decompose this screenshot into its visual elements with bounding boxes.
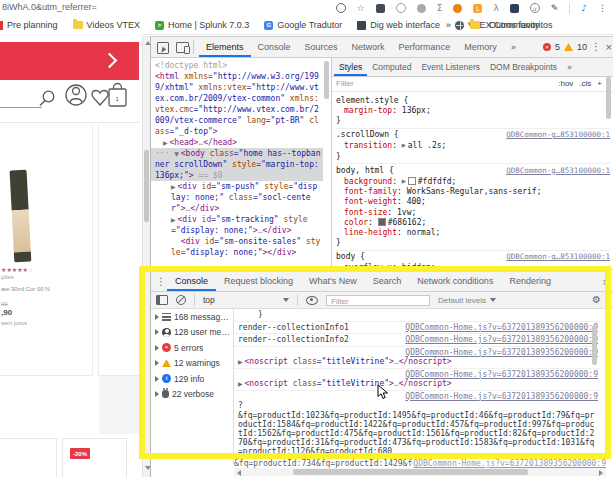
console-settings-gear-icon[interactable]: ⚙ bbox=[592, 294, 601, 305]
dom-tree-node[interactable]: <div id="sm-onsite-sales" style="display… bbox=[151, 236, 323, 258]
tab-console[interactable]: Console bbox=[167, 272, 216, 291]
console-source-link[interactable]: QDBCommon-Home.js?v=637201389356200000:9 bbox=[405, 323, 598, 333]
ext-sigma-icon[interactable]: Σ bbox=[437, 3, 443, 13]
bookmark-item[interactable]: Dig web interface bbox=[357, 20, 440, 30]
tab-styles[interactable]: Styles bbox=[334, 58, 367, 76]
tab-network[interactable]: Network bbox=[345, 37, 392, 57]
drawer-close-icon[interactable]: × bbox=[603, 272, 609, 292]
console-message[interactable]: QDBCommon-Home.js?v=637201389356200000:9… bbox=[234, 347, 600, 369]
log-levels-dropdown[interactable]: Default levels bbox=[438, 296, 496, 305]
console-source-link[interactable]: QDBCommon-Home.js?v=637201389356200000:9 bbox=[413, 459, 606, 468]
css-property[interactable]: margin-top: 136px; bbox=[336, 106, 610, 116]
tab-search[interactable]: Search bbox=[365, 272, 410, 291]
css-property[interactable]: font-weight: 400; bbox=[336, 197, 610, 207]
music-note-icon[interactable]: ♪ bbox=[581, 3, 587, 13]
warning-count-icon[interactable] bbox=[564, 43, 573, 51]
bookmark-star-icon[interactable]: ☆ bbox=[357, 3, 365, 13]
ext-shield-icon[interactable] bbox=[376, 4, 385, 13]
console-source-link[interactable]: QDBCommon-Home.js?v=637201389356200000:9 bbox=[238, 392, 598, 402]
console-message[interactable]: QDBCommon-Home.js?v=637201389356200000:9… bbox=[234, 391, 600, 458]
tab-elements[interactable]: Elements bbox=[199, 37, 251, 57]
dom-tree-node[interactable]: <html xmlns="http://www.w3.org/1999/xhtm… bbox=[151, 71, 323, 137]
clear-console-icon[interactable] bbox=[176, 295, 186, 305]
scroll-left-icon[interactable] bbox=[237, 470, 241, 476]
styles-scrollbar[interactable] bbox=[605, 55, 613, 247]
styles-filter-input[interactable]: Filter bbox=[336, 79, 354, 88]
css-rule[interactable]: QDBCommon-g…853100000:1.scrollDown {tran… bbox=[336, 129, 610, 165]
tab-request-blocking[interactable]: Request blocking bbox=[216, 272, 301, 291]
console-horizontal-scrollbar[interactable] bbox=[234, 468, 606, 476]
ext-pen-icon[interactable]: ✎ bbox=[551, 3, 559, 13]
ext-pixel-icon[interactable] bbox=[510, 4, 519, 13]
tab-event-listeners[interactable]: Event Listeners bbox=[416, 58, 485, 76]
dom-tree-node[interactable]: ▶ <div id="sm-tracking" style="display: … bbox=[151, 214, 323, 236]
css-property[interactable]: transition: ▶ all .2s; bbox=[336, 140, 610, 151]
search-input-underline[interactable] bbox=[0, 107, 42, 108]
scrollbar-thumb[interactable] bbox=[293, 469, 528, 475]
dom-tree-node[interactable]: ··· ▼ <body class="home has--topbanner s… bbox=[151, 148, 323, 181]
execution-context-selector[interactable]: top bbox=[203, 295, 289, 305]
console-message[interactable]: } bbox=[234, 309, 600, 322]
color-swatch[interactable] bbox=[378, 218, 386, 226]
ext-face-icon[interactable] bbox=[396, 3, 406, 13]
tab-rendering[interactable]: Rendering bbox=[501, 272, 559, 291]
pseudo-state-toggle[interactable]: :hov bbox=[558, 79, 573, 88]
console-source-link[interactable]: QDBCommon-Home.js?v=637201389356200000:9 bbox=[238, 348, 598, 358]
css-rule-source-link[interactable]: QDBCommon-g…853100000:1 bbox=[506, 166, 610, 176]
console-source-link[interactable]: QDBCommon-Home.js?v=637201389356200000:9 bbox=[405, 335, 598, 345]
console-filter-group-168-messag[interactable]: 168 messag… bbox=[151, 309, 233, 325]
expand-icon[interactable] bbox=[155, 391, 159, 397]
tab-sources[interactable]: Sources bbox=[298, 37, 345, 57]
inspect-element-icon[interactable] bbox=[157, 42, 169, 54]
css-rule[interactable]: QDBCommon-g…853100000:1body {overflow-x:… bbox=[336, 251, 610, 269]
css-property[interactable]: color: #686162; bbox=[336, 218, 610, 228]
css-rule-source-link[interactable]: QDBCommon-g…853100000:1 bbox=[506, 252, 610, 262]
send-target-icon[interactable]: ◦ bbox=[336, 3, 346, 13]
expand-icon[interactable] bbox=[155, 360, 159, 366]
other-bookmarks-button[interactable]: Outros favoritos bbox=[489, 20, 553, 30]
dom-tree-node[interactable]: ▶ <head>…</head> bbox=[151, 137, 323, 148]
console-filter-group-22-verbose[interactable]: 22 verbose bbox=[151, 387, 233, 403]
console-filter-input[interactable]: Filter bbox=[326, 295, 430, 306]
console-message[interactable]: QDBCommon-Home.js?v=637201389356200000:9… bbox=[234, 322, 600, 335]
url-text[interactable]: 8iWhA.0&utm_referrer= bbox=[2, 2, 97, 12]
drawer-menu-icon[interactable]: ⋮ bbox=[156, 272, 166, 292]
console-source-link[interactable]: QDBCommon-Home.js?v=637201389356200000:9 bbox=[238, 370, 598, 380]
scroll-right-icon[interactable] bbox=[599, 470, 603, 476]
console-filter-group-129-info[interactable]: i129 info bbox=[151, 371, 233, 387]
class-toggle[interactable]: .cls bbox=[579, 79, 591, 88]
expand-icon[interactable] bbox=[155, 345, 159, 351]
error-count[interactable]: 5 bbox=[555, 42, 560, 52]
elements-scrollbar[interactable] bbox=[323, 58, 331, 268]
css-property[interactable]: font-family: WorkSans-Regular,sans-serif… bbox=[336, 187, 610, 197]
expand-icon[interactable] bbox=[155, 314, 159, 320]
tab-network-conditions[interactable]: Network conditions bbox=[409, 272, 501, 291]
devtools-close-icon[interactable]: × bbox=[606, 37, 612, 57]
product-name[interactable]: ate 30ml Cor 00 N bbox=[1, 286, 89, 293]
tabs-overflow-chevron[interactable]: » bbox=[562, 58, 577, 76]
scrollbar-thumb[interactable] bbox=[324, 61, 329, 99]
hero-banner[interactable] bbox=[0, 42, 139, 80]
console-html-node[interactable]: ▶ <noscript class="titleVitrine">…</nosc… bbox=[238, 379, 598, 389]
bookmark-item[interactable]: >Home | Splunk 7.0.3 bbox=[155, 20, 249, 30]
css-rule-source-link[interactable]: QDBCommon-g…853100000:1 bbox=[506, 130, 610, 140]
live-expression-eye-icon[interactable] bbox=[306, 296, 318, 305]
console-message[interactable]: QDBCommon-Home.js?v=637201389356200000:9… bbox=[234, 334, 600, 347]
expand-icon[interactable] bbox=[155, 329, 159, 335]
dom-tree-node[interactable]: <!doctype html> bbox=[151, 60, 323, 71]
ext-orange-dot-icon[interactable] bbox=[453, 4, 462, 13]
wishlist-heart-icon[interactable] bbox=[92, 91, 108, 106]
dom-tree-node[interactable]: ▶ <div id="sm-push" style="display: none… bbox=[151, 181, 323, 214]
browser-menu-dots-icon[interactable]: ⋮ bbox=[598, 3, 607, 13]
console-filter-group-12-warnings[interactable]: 12 warnings bbox=[151, 356, 233, 372]
bookmark-item[interactable]: Videos VTEX bbox=[73, 20, 140, 30]
new-style-rule-button[interactable]: + bbox=[597, 79, 602, 88]
tab-performance[interactable]: Performance bbox=[392, 37, 458, 57]
css-rule[interactable]: QDBCommon-g…853100000:1body, html {backg… bbox=[336, 164, 610, 251]
ext-gray-dot-icon[interactable] bbox=[417, 4, 426, 13]
tab-dom-breakpoints[interactable]: DOM Breakpoints bbox=[485, 58, 562, 76]
expand-icon[interactable] bbox=[155, 376, 159, 382]
scrollbar-thumb[interactable] bbox=[606, 77, 611, 119]
console-scrollbar[interactable] bbox=[591, 309, 599, 459]
css-property[interactable]: background: ▶ #fdfdfd; bbox=[336, 176, 610, 187]
